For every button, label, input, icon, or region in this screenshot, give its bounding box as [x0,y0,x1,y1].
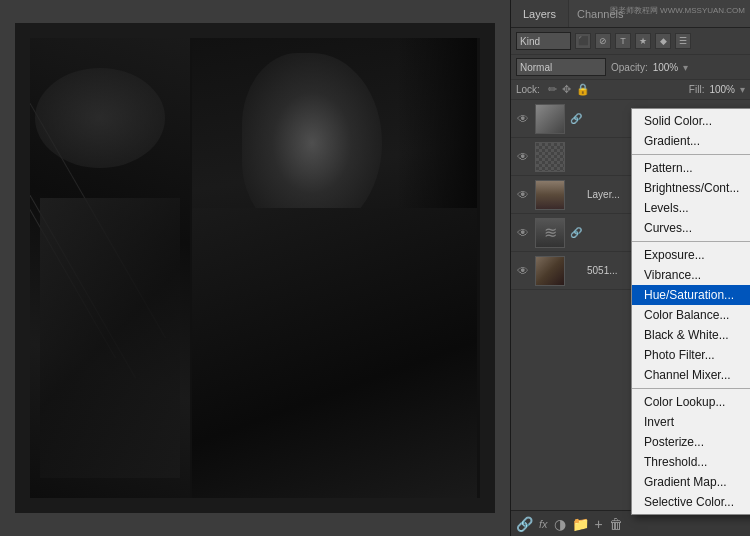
delete-icon[interactable]: 🗑 [609,516,623,532]
menu-divider [632,154,750,155]
menu-item-photo-filter[interactable]: Photo Filter... [632,345,750,365]
chain-icon: 🔗 [569,227,583,238]
menu-item-color-balance[interactable]: Color Balance... [632,305,750,325]
menu-item-black-white[interactable]: Black & White... [632,325,750,345]
menu-item-curves[interactable]: Curves... [632,218,750,238]
menu-item-posterize[interactable]: Posterize... [632,432,750,452]
canvas-bg [15,23,495,513]
opacity-arrow[interactable]: ▾ [683,62,688,73]
menu-item-levels[interactable]: Levels... [632,198,750,218]
adjustment-dropdown: Solid Color...Gradient...Pattern...Brigh… [631,108,750,515]
canvas-inner [30,38,480,498]
photo-right [192,38,477,498]
menu-item-exposure[interactable]: Exposure... [632,245,750,265]
link-icon[interactable]: 🔗 [516,516,533,532]
add-adjustment-icon[interactable]: ◑ [554,516,566,532]
watermark: 图老师教程网 WWW.MSSYUAN.COM [610,5,745,16]
canvas-area [0,0,510,536]
chain-icon: 🔗 [569,113,583,124]
menu-divider [632,388,750,389]
kind-select[interactable]: Kind [516,32,571,50]
lock-pixel-icon[interactable]: ✏ [548,83,557,96]
menu-item-brightness[interactable]: Brightness/Cont... [632,178,750,198]
filter-icon-3[interactable]: T [615,33,631,49]
right-panel: Layers Channels 图老师教程网 WWW.MSSYUAN.COM K… [510,0,750,536]
filter-icon-5[interactable]: ◆ [655,33,671,49]
layer-thumbnail [535,142,565,172]
filter-icon-6[interactable]: ☰ [675,33,691,49]
add-group-icon[interactable]: 📁 [572,516,589,532]
menu-item-vibrance[interactable]: Vibrance... [632,265,750,285]
lock-all-icon[interactable]: 🔒 [576,83,590,96]
eye-icon[interactable]: 👁 [515,111,531,127]
fill-value[interactable]: 100% [709,84,735,95]
menu-item-gradient-map[interactable]: Gradient Map... [632,472,750,492]
blend-row: Normal Opacity: 100% ▾ [511,55,750,80]
menu-item-gradient[interactable]: Gradient... [632,131,750,151]
layer-thumbnail [535,180,565,210]
layers-tab[interactable]: Layers [511,0,569,27]
opacity-label: Opacity: [611,62,648,73]
menu-divider [632,241,750,242]
fx-icon[interactable]: fx [539,518,548,530]
menu-item-color-lookup[interactable]: Color Lookup... [632,392,750,412]
eye-icon[interactable]: 👁 [515,263,531,279]
photo-left [30,38,190,498]
eye-icon[interactable]: 👁 [515,225,531,241]
menu-item-selective-color[interactable]: Selective Color... [632,492,750,512]
menu-item-hue-sat[interactable]: Hue/Saturation... [632,285,750,305]
eye-icon[interactable]: 👁 [515,187,531,203]
filter-icon-1[interactable]: ⬛ [575,33,591,49]
layer-thumbnail: ≋ [535,218,565,248]
lock-label: Lock: [516,84,540,95]
layer-thumbnail [535,104,565,134]
add-layer-icon[interactable]: + [595,516,603,532]
lock-position-icon[interactable]: ✥ [562,83,571,96]
menu-item-invert[interactable]: Invert [632,412,750,432]
menu-item-pattern[interactable]: Pattern... [632,158,750,178]
opacity-value[interactable]: 100% [653,62,679,73]
blend-mode-select[interactable]: Normal [516,58,606,76]
eye-icon[interactable]: 👁 [515,149,531,165]
layer-thumbnail [535,256,565,286]
filter-icon-4[interactable]: ★ [635,33,651,49]
filter-icon-2[interactable]: ⊘ [595,33,611,49]
menu-item-solid-color[interactable]: Solid Color... [632,111,750,131]
kind-row: Kind ⬛ ⊘ T ★ ◆ ☰ [511,28,750,55]
panel-header: Layers Channels 图老师教程网 WWW.MSSYUAN.COM [511,0,750,28]
fill-label: Fill: [689,84,705,95]
menu-item-channel-mixer[interactable]: Channel Mixer... [632,365,750,385]
lock-row: Lock: ✏ ✥ 🔒 Fill: 100% ▾ [511,80,750,100]
fill-arrow[interactable]: ▾ [740,84,745,95]
menu-item-threshold[interactable]: Threshold... [632,452,750,472]
